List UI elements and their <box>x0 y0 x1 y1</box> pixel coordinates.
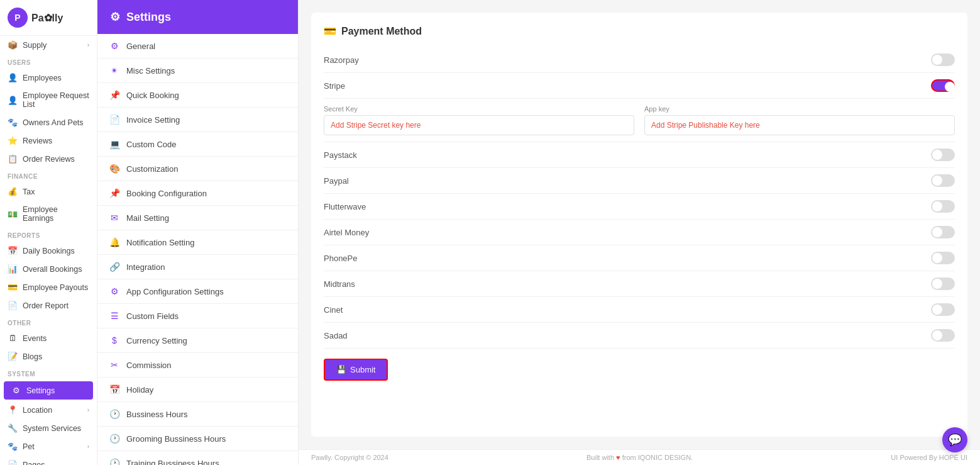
razorpay-toggle-wrap <box>931 53 955 66</box>
payment-title-text: Payment Method <box>341 26 422 37</box>
stripe-toggle[interactable] <box>931 79 955 92</box>
pages-label: Pages <box>23 461 45 466</box>
nav-commission[interactable]: ✂ Commission <box>97 353 298 378</box>
sidebar-item-system-services[interactable]: 🔧 System Services <box>0 419 97 437</box>
stripe-appkey-input[interactable] <box>644 115 955 135</box>
main-content: 💳 Payment Method Razorpay Stripe <box>299 0 980 449</box>
pet-chevron: › <box>87 443 89 450</box>
nav-quick-booking[interactable]: 📌 Quick Booking <box>97 83 298 108</box>
nav-custom-fields[interactable]: ☰ Custom Fields <box>97 304 298 328</box>
mail-icon: ✉ <box>109 213 120 223</box>
phonepe-toggle[interactable] <box>931 252 955 264</box>
cinet-toggle[interactable] <box>931 303 955 316</box>
custom-code-icon: 💻 <box>109 139 120 149</box>
currency-label: Currency Setting <box>126 336 187 345</box>
nav-custom-code[interactable]: 💻 Custom Code <box>97 132 298 157</box>
integration-icon: 🔗 <box>109 262 120 272</box>
location-chevron: › <box>87 406 89 413</box>
midtrans-toggle[interactable] <box>931 277 955 290</box>
nav-app-config[interactable]: ⚙ App Configuration Settings <box>97 279 298 304</box>
paystack-toggle[interactable] <box>931 148 955 161</box>
employee-payouts-icon: 💳 <box>8 283 18 292</box>
employee-request-label: Employee Request List <box>23 91 89 109</box>
content-card: 💳 Payment Method Razorpay Stripe <box>311 13 967 437</box>
settings-header-icon: ⚙ <box>110 10 120 24</box>
footer-right: UI Powered By HOPE UI <box>891 454 967 461</box>
sidebar-item-order-report[interactable]: 📄 Order Report <box>0 296 97 315</box>
employees-icon: 👤 <box>8 73 18 82</box>
payment-title-icon: 💳 <box>324 25 336 37</box>
sidebar-item-overall-bookings[interactable]: 📊 Overall Bookings <box>0 260 97 278</box>
sadad-toggle[interactable] <box>931 329 955 342</box>
sidebar-item-supply[interactable]: 📦 Supply › <box>0 36 97 54</box>
system-services-icon: 🔧 <box>8 423 18 433</box>
payment-row-cinet: Cinet <box>324 297 955 323</box>
phonepe-name: PhonePe <box>324 254 931 263</box>
airtel-name: Airtel Money <box>324 228 931 237</box>
logo-icon: P <box>8 8 28 28</box>
stripe-secret-input[interactable] <box>324 115 634 135</box>
payment-row-paystack: Paystack <box>324 142 955 168</box>
submit-icon: 💾 <box>336 365 346 374</box>
sidebar-item-employee-earnings[interactable]: 💵 Employee Earnings <box>0 201 97 227</box>
sidebar-item-tax[interactable]: 💰 Tax <box>0 182 97 201</box>
nav-training-hours[interactable]: 🕐 Training Bussiness Hours <box>97 451 298 465</box>
nav-holiday[interactable]: 📅 Holiday <box>97 378 298 402</box>
payment-row-sadad: Sadad <box>324 323 955 349</box>
employee-earnings-icon: 💵 <box>8 210 18 219</box>
section-finance: FINANCE <box>0 168 97 182</box>
flutterwave-toggle[interactable] <box>931 200 955 213</box>
iqonic-link[interactable]: IQONIC DESIGN. <box>638 454 693 461</box>
custom-fields-icon: ☰ <box>109 311 120 321</box>
nav-mail[interactable]: ✉ Mail Setting <box>97 206 298 230</box>
sidebar: P Pa✿lly 📦 Supply › USERS 👤 Employees 👤 … <box>0 0 97 465</box>
overall-bookings-label: Overall Bookings <box>23 265 82 274</box>
paypal-toggle[interactable] <box>931 174 955 187</box>
nav-misc[interactable]: ✴ Misc Settings <box>97 59 298 83</box>
sidebar-item-pages[interactable]: 📄 Pages <box>0 456 97 465</box>
nav-currency[interactable]: $ Currency Setting <box>97 328 298 353</box>
order-reviews-label: Order Reviews <box>23 155 75 164</box>
sidebar-item-employee-request[interactable]: 👤 Employee Request List <box>0 87 97 113</box>
sidebar-item-daily-bookings[interactable]: 📅 Daily Bookings <box>0 242 97 260</box>
airtel-toggle[interactable] <box>931 226 955 238</box>
razorpay-name: Razorpay <box>324 55 931 65</box>
business-hours-icon: 🕐 <box>109 409 120 419</box>
nav-booking-config[interactable]: 📌 Booking Configuration <box>97 181 298 206</box>
nav-business-hours[interactable]: 🕐 Bussiness Hours <box>97 402 298 427</box>
location-label: Location <box>23 406 52 415</box>
nav-general[interactable]: ⚙ General <box>97 34 298 59</box>
sidebar-item-employee-payouts[interactable]: 💳 Employee Payouts <box>0 278 97 296</box>
nav-customization[interactable]: 🎨 Customization <box>97 157 298 181</box>
submit-button[interactable]: 💾 Submit <box>324 359 388 381</box>
commission-icon: ✂ <box>109 360 120 370</box>
chat-bubble[interactable]: 💬 <box>942 427 967 452</box>
sidebar-item-events[interactable]: 🗓 Events <box>0 329 97 347</box>
nav-invoice[interactable]: 📄 Invoice Setting <box>97 108 298 132</box>
nav-notification[interactable]: 🔔 Notification Setting <box>97 230 298 255</box>
business-hours-label: Bussiness Hours <box>126 410 188 419</box>
sidebar-item-location[interactable]: 📍 Location › <box>0 401 97 419</box>
sidebar-item-employees[interactable]: 👤 Employees <box>0 69 97 87</box>
stripe-appkey-label: App key <box>644 105 955 113</box>
sidebar-item-pet[interactable]: 🐾 Pet › <box>0 437 97 456</box>
settings-nav: ⚙ Settings ⚙ General ✴ Misc Settings 📌 Q… <box>97 0 299 465</box>
sadad-name: Sadad <box>324 331 931 340</box>
overall-bookings-icon: 📊 <box>8 264 18 274</box>
sidebar-item-reviews[interactable]: ⭐ Reviews <box>0 132 97 150</box>
custom-code-label: Custom Code <box>126 140 176 149</box>
settings-header-title: Settings <box>126 11 171 24</box>
razorpay-toggle[interactable] <box>931 53 955 66</box>
owners-pets-icon: 🐾 <box>8 118 18 127</box>
sidebar-item-order-reviews[interactable]: 📋 Order Reviews <box>0 150 97 168</box>
sidebar-item-blogs[interactable]: 📝 Blogs <box>0 347 97 366</box>
midtrans-name: Midtrans <box>324 279 931 289</box>
sidebar-item-settings[interactable]: ⚙ Settings <box>4 381 93 400</box>
employee-request-icon: 👤 <box>8 96 18 105</box>
nav-grooming-hours[interactable]: 🕐 Grooming Bussiness Hours <box>97 427 298 451</box>
sidebar-item-owners-pets[interactable]: 🐾 Owners And Pets <box>0 113 97 132</box>
nav-integration[interactable]: 🔗 Integration <box>97 255 298 279</box>
notification-icon: 🔔 <box>109 237 120 247</box>
section-reports: REPORTS <box>0 227 97 242</box>
quick-booking-icon: 📌 <box>109 90 120 100</box>
